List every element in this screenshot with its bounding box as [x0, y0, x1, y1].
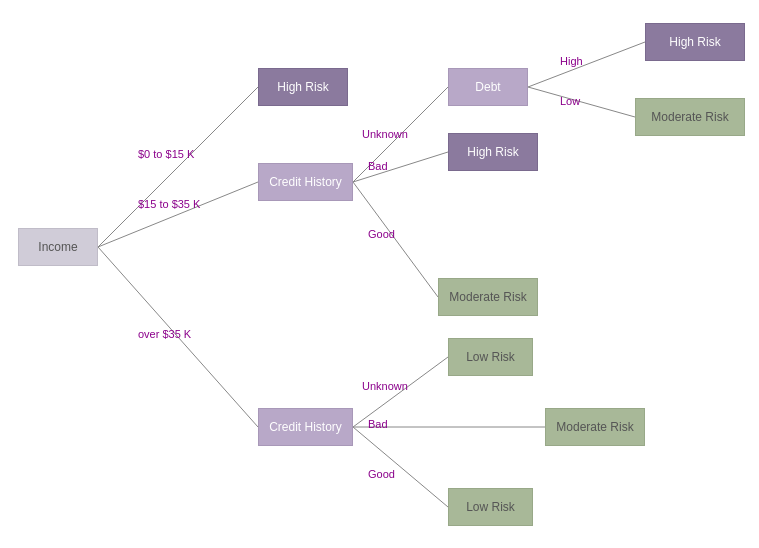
svg-line-10 — [353, 427, 448, 507]
low-risk-1-node: Low Risk — [448, 338, 533, 376]
svg-line-5 — [353, 182, 438, 297]
label-bad2: Bad — [368, 418, 388, 430]
low-risk-2-node: Low Risk — [448, 488, 533, 526]
moderate-risk-2-node: Moderate Risk — [545, 408, 645, 446]
label-low: Low — [560, 95, 580, 107]
svg-line-1 — [98, 182, 258, 247]
label-good1: Good — [368, 228, 395, 240]
moderate-risk-1-node: Moderate Risk — [438, 278, 538, 316]
svg-line-7 — [528, 87, 635, 117]
svg-line-8 — [353, 357, 448, 427]
svg-line-0 — [98, 87, 258, 247]
high-risk-1-node: High Risk — [258, 68, 348, 106]
credit-history-1-node: Credit History — [258, 163, 353, 201]
label-good2: Good — [368, 468, 395, 480]
label-high: High — [560, 55, 583, 67]
label-over-35k: over $35 K — [138, 328, 191, 340]
svg-line-6 — [528, 42, 645, 87]
label-unknown1: Unknown — [362, 128, 408, 140]
label-unknown2: Unknown — [362, 380, 408, 392]
label-s0-15k: $0 to $15 K — [138, 148, 194, 160]
label-bad1: Bad — [368, 160, 388, 172]
moderate-risk-end-node: Moderate Risk — [635, 98, 745, 136]
credit-history-2-node: Credit History — [258, 408, 353, 446]
income-node: Income — [18, 228, 98, 266]
high-risk-2-node: High Risk — [448, 133, 538, 171]
high-risk-end-node: High Risk — [645, 23, 745, 61]
label-s15-35k: $15 to $35 K — [138, 198, 200, 210]
debt-node: Debt — [448, 68, 528, 106]
